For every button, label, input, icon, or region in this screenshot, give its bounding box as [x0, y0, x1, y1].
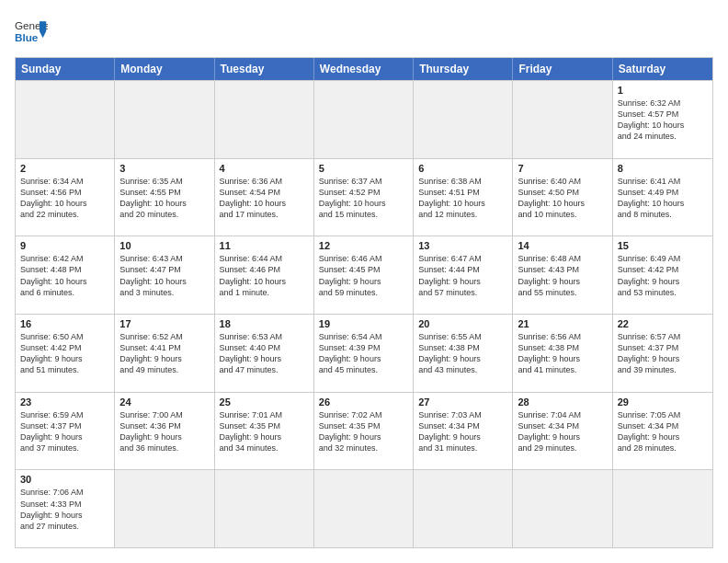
- day-info: Sunrise: 6:37 AM Sunset: 4:52 PM Dayligh…: [319, 176, 408, 221]
- calendar-cell: 11Sunrise: 6:44 AM Sunset: 4:46 PM Dayli…: [215, 236, 314, 314]
- day-info: Sunrise: 7:01 AM Sunset: 4:35 PM Dayligh…: [220, 409, 309, 454]
- day-info: Sunrise: 6:50 AM Sunset: 4:42 PM Dayligh…: [20, 331, 109, 376]
- day-info: Sunrise: 6:55 AM Sunset: 4:38 PM Dayligh…: [418, 331, 507, 376]
- calendar-cell: [314, 81, 414, 158]
- day-number: 11: [220, 240, 309, 251]
- calendar-row-1: 2Sunrise: 6:34 AM Sunset: 4:56 PM Daylig…: [16, 158, 712, 236]
- calendar-cell: [414, 470, 513, 547]
- calendar-cell: 29Sunrise: 7:05 AM Sunset: 4:34 PM Dayli…: [613, 393, 712, 470]
- logo: General Blue: [15, 15, 48, 48]
- calendar-cell: 19Sunrise: 6:54 AM Sunset: 4:39 PM Dayli…: [314, 315, 414, 392]
- day-info: Sunrise: 6:49 AM Sunset: 4:42 PM Dayligh…: [618, 253, 708, 298]
- day-info: Sunrise: 6:40 AM Sunset: 4:50 PM Dayligh…: [518, 176, 607, 221]
- calendar-cell: 1Sunrise: 6:32 AM Sunset: 4:57 PM Daylig…: [613, 81, 712, 158]
- calendar-cell: 22Sunrise: 6:57 AM Sunset: 4:37 PM Dayli…: [613, 315, 712, 392]
- day-number: 15: [618, 240, 708, 251]
- calendar-cell: [414, 81, 513, 158]
- day-number: 26: [319, 396, 408, 408]
- day-info: Sunrise: 6:46 AM Sunset: 4:45 PM Dayligh…: [319, 253, 408, 298]
- day-number: 19: [319, 318, 408, 329]
- calendar-row-3: 16Sunrise: 6:50 AM Sunset: 4:42 PM Dayli…: [16, 314, 712, 392]
- day-number: 7: [518, 163, 607, 174]
- day-number: 2: [20, 163, 109, 174]
- day-number: 27: [418, 396, 507, 408]
- day-info: Sunrise: 7:02 AM Sunset: 4:35 PM Dayligh…: [319, 409, 408, 454]
- calendar-cell: 8Sunrise: 6:41 AM Sunset: 4:49 PM Daylig…: [613, 159, 712, 236]
- page: General Blue SundayMondayTuesdayWednesda…: [0, 0, 728, 563]
- day-info: Sunrise: 6:47 AM Sunset: 4:44 PM Dayligh…: [418, 253, 507, 298]
- day-info: Sunrise: 6:42 AM Sunset: 4:48 PM Dayligh…: [20, 253, 109, 298]
- calendar-cell: 15Sunrise: 6:49 AM Sunset: 4:42 PM Dayli…: [613, 236, 712, 314]
- day-number: 29: [618, 396, 708, 408]
- generalblue-logo-icon: General Blue: [15, 15, 48, 48]
- calendar-cell: 2Sunrise: 6:34 AM Sunset: 4:56 PM Daylig…: [16, 159, 115, 236]
- day-info: Sunrise: 6:43 AM Sunset: 4:47 PM Dayligh…: [119, 253, 209, 298]
- header: General Blue: [15, 15, 713, 48]
- day-info: Sunrise: 6:32 AM Sunset: 4:57 PM Dayligh…: [618, 98, 708, 143]
- calendar-cell: 9Sunrise: 6:42 AM Sunset: 4:48 PM Daylig…: [16, 236, 115, 314]
- day-number: 16: [20, 318, 109, 329]
- day-number: 5: [319, 163, 408, 174]
- calendar-header: SundayMondayTuesdayWednesdayThursdayFrid…: [16, 58, 712, 80]
- calendar-cell: 28Sunrise: 7:04 AM Sunset: 4:34 PM Dayli…: [513, 393, 612, 470]
- calendar-cell: 27Sunrise: 7:03 AM Sunset: 4:34 PM Dayli…: [414, 393, 513, 470]
- calendar-cell: [215, 470, 314, 547]
- day-number: 18: [220, 318, 309, 329]
- day-info: Sunrise: 6:56 AM Sunset: 4:38 PM Dayligh…: [518, 331, 607, 376]
- calendar-cell: [115, 470, 214, 547]
- day-info: Sunrise: 7:05 AM Sunset: 4:34 PM Dayligh…: [618, 409, 708, 454]
- calendar-row-2: 9Sunrise: 6:42 AM Sunset: 4:48 PM Daylig…: [16, 236, 712, 314]
- day-info: Sunrise: 6:35 AM Sunset: 4:55 PM Dayligh…: [119, 176, 209, 221]
- calendar-cell: [613, 470, 712, 547]
- weekday-header-thursday: Thursday: [414, 58, 513, 80]
- day-number: 4: [220, 163, 309, 174]
- calendar-cell: 7Sunrise: 6:40 AM Sunset: 4:50 PM Daylig…: [513, 159, 612, 236]
- weekday-header-monday: Monday: [115, 58, 214, 80]
- day-info: Sunrise: 6:57 AM Sunset: 4:37 PM Dayligh…: [618, 331, 708, 376]
- weekday-header-friday: Friday: [513, 58, 612, 80]
- calendar-cell: 20Sunrise: 6:55 AM Sunset: 4:38 PM Dayli…: [414, 315, 513, 392]
- calendar-cell: 13Sunrise: 6:47 AM Sunset: 4:44 PM Dayli…: [414, 236, 513, 314]
- calendar-cell: 26Sunrise: 7:02 AM Sunset: 4:35 PM Dayli…: [314, 393, 414, 470]
- day-number: 23: [20, 396, 109, 408]
- svg-marker-3: [40, 31, 46, 38]
- calendar-cell: 17Sunrise: 6:52 AM Sunset: 4:41 PM Dayli…: [115, 315, 214, 392]
- calendar-row-4: 23Sunrise: 6:59 AM Sunset: 4:37 PM Dayli…: [16, 392, 712, 470]
- day-info: Sunrise: 6:36 AM Sunset: 4:54 PM Dayligh…: [220, 176, 309, 221]
- calendar-cell: 30Sunrise: 7:06 AM Sunset: 4:33 PM Dayli…: [16, 470, 115, 547]
- day-info: Sunrise: 7:04 AM Sunset: 4:34 PM Dayligh…: [518, 409, 607, 454]
- day-info: Sunrise: 6:59 AM Sunset: 4:37 PM Dayligh…: [20, 409, 109, 454]
- day-number: 30: [20, 474, 109, 485]
- weekday-header-sunday: Sunday: [16, 58, 115, 80]
- day-number: 3: [119, 163, 209, 174]
- calendar-cell: 5Sunrise: 6:37 AM Sunset: 4:52 PM Daylig…: [314, 159, 414, 236]
- calendar-cell: 21Sunrise: 6:56 AM Sunset: 4:38 PM Dayli…: [513, 315, 612, 392]
- calendar-cell: [115, 81, 214, 158]
- calendar-cell: 25Sunrise: 7:01 AM Sunset: 4:35 PM Dayli…: [215, 393, 314, 470]
- day-number: 21: [518, 318, 607, 329]
- svg-marker-2: [40, 21, 46, 31]
- calendar-cell: 23Sunrise: 6:59 AM Sunset: 4:37 PM Dayli…: [16, 393, 115, 470]
- calendar-body: 1Sunrise: 6:32 AM Sunset: 4:57 PM Daylig…: [16, 80, 712, 547]
- day-number: 9: [20, 240, 109, 251]
- calendar-cell: [314, 470, 414, 547]
- day-info: Sunrise: 6:54 AM Sunset: 4:39 PM Dayligh…: [319, 331, 408, 376]
- calendar-cell: 3Sunrise: 6:35 AM Sunset: 4:55 PM Daylig…: [115, 159, 214, 236]
- day-info: Sunrise: 7:00 AM Sunset: 4:36 PM Dayligh…: [119, 409, 209, 454]
- calendar-cell: [513, 470, 612, 547]
- day-info: Sunrise: 6:53 AM Sunset: 4:40 PM Dayligh…: [220, 331, 309, 376]
- day-info: Sunrise: 6:41 AM Sunset: 4:49 PM Dayligh…: [618, 176, 708, 221]
- day-info: Sunrise: 6:48 AM Sunset: 4:43 PM Dayligh…: [518, 253, 607, 298]
- day-info: Sunrise: 6:44 AM Sunset: 4:46 PM Dayligh…: [220, 253, 309, 298]
- calendar-cell: 10Sunrise: 6:43 AM Sunset: 4:47 PM Dayli…: [115, 236, 214, 314]
- calendar: SundayMondayTuesdayWednesdayThursdayFrid…: [15, 57, 713, 548]
- day-info: Sunrise: 6:34 AM Sunset: 4:56 PM Dayligh…: [20, 176, 109, 221]
- calendar-cell: [513, 81, 612, 158]
- calendar-cell: 18Sunrise: 6:53 AM Sunset: 4:40 PM Dayli…: [215, 315, 314, 392]
- day-info: Sunrise: 6:52 AM Sunset: 4:41 PM Dayligh…: [119, 331, 209, 376]
- calendar-row-0: 1Sunrise: 6:32 AM Sunset: 4:57 PM Daylig…: [16, 80, 712, 158]
- calendar-cell: 24Sunrise: 7:00 AM Sunset: 4:36 PM Dayli…: [115, 393, 214, 470]
- weekday-header-wednesday: Wednesday: [314, 58, 414, 80]
- day-number: 28: [518, 396, 607, 408]
- day-info: Sunrise: 7:03 AM Sunset: 4:34 PM Dayligh…: [418, 409, 507, 454]
